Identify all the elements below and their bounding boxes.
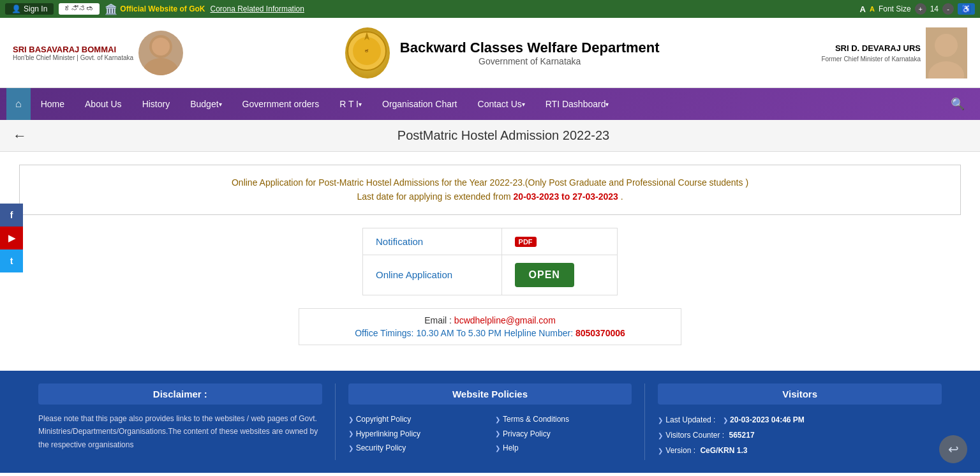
kannada-button[interactable]: ಕನ್ನಡ (59, 3, 100, 15)
site-header: SRI BASAVARAJ BOMMAI Hon'ble Chief Minis… (0, 18, 980, 88)
sign-in-button[interactable]: 👤 Sign In (5, 3, 54, 15)
online-application-row: Online Application OPEN (363, 255, 618, 295)
open-button[interactable]: OPEN (515, 263, 574, 287)
page-title: PostMatric Hostel Admission 2022-23 (40, 128, 967, 143)
facebook-button[interactable]: f (0, 204, 23, 227)
top-bar-left: 👤 Sign In ಕನ್ನಡ 🏛️ Official Website of G… (5, 3, 304, 15)
policy-hyperlinking[interactable]: Hyperlinking Policy (348, 427, 485, 442)
svg-point-8 (935, 34, 958, 57)
disclaimer-heading: Disclaimer : (38, 383, 322, 405)
nav-item-history[interactable]: History (132, 88, 181, 120)
top-bar-right: A A Font Size + 14 - ♿ (860, 3, 975, 15)
visitors-counter-value: 565217 (729, 431, 755, 440)
main-content: Online Application for Post-Matric Hoste… (0, 152, 980, 371)
contact-box: Email : bcwdhelpline@gmail.com Office Ti… (299, 308, 681, 345)
notification-label: Notification (376, 236, 423, 247)
policy-terms[interactable]: Terms & Conditions (495, 412, 632, 427)
email-line: Email : bcwdhelpline@gmail.com (312, 315, 668, 325)
disclaimer-text: Please note that this page also provides… (38, 412, 322, 451)
back-to-top-button[interactable]: ↩ (939, 435, 967, 463)
twitter-button[interactable]: t (0, 249, 23, 272)
disclaimer-section: Disclaimer : Please note that this page … (26, 383, 336, 460)
cm-block: SRI BASAVARAJ BOMMAI Hon'ble Chief Minis… (13, 31, 183, 75)
svg-point-2 (152, 38, 170, 56)
policy-security[interactable]: Security Policy (348, 441, 485, 456)
cm-title: Hon'ble Chief Minister | Govt. of Karnat… (13, 54, 133, 61)
nav-item-contact[interactable]: Contact Us (468, 88, 535, 120)
main-navbar: ⌂ Home About Us History Budget Governmen… (0, 88, 980, 120)
font-size-a-small[interactable]: A (870, 5, 875, 13)
online-application-label: Online Application (376, 269, 452, 280)
karnataka-emblem: ಕ (345, 27, 390, 78)
cm-name: SRI BASAVARAJ BOMMAI (13, 45, 116, 54)
font-size-value: 14 (930, 4, 939, 13)
accessibility-button[interactable]: ♿ (958, 3, 975, 15)
visitors-heading: Visitors (658, 383, 942, 405)
policies-list: Copyright Policy Hyperlinking Policy Sec… (348, 412, 632, 456)
email-link[interactable]: bcwdhelpline@gmail.com (454, 315, 556, 325)
font-increase-button[interactable]: + (915, 3, 926, 15)
policy-copyright[interactable]: Copyright Policy (348, 412, 485, 427)
footer: Disclaimer : Please note that this page … (0, 371, 980, 473)
notification-row: Notification PDF (363, 228, 618, 255)
former-cm-name: SRI D. DEVARAJ URS (835, 43, 921, 53)
notice-dates: 20-03-2023 to 27-03-2023 (514, 191, 618, 202)
youtube-button[interactable]: ▶ (0, 227, 23, 249)
header-center: ಕ Backward Classes Welfare Department Go… (183, 27, 821, 78)
visitors-info: Last Updated : ❯ 20-03-2023 04:46 PM Vis… (658, 412, 942, 458)
version-label: Version : (658, 446, 695, 455)
phone-number: 8050370006 (575, 328, 625, 338)
gok-official-link[interactable]: 🏛️ Official Website of GoK (105, 3, 205, 15)
search-icon[interactable]: 🔍 (942, 97, 974, 111)
policy-privacy[interactable]: Privacy Policy (495, 427, 632, 442)
cm-photo (138, 31, 183, 75)
visitors-counter-label: Visitors Counter : (658, 431, 724, 440)
nav-home-button[interactable]: ⌂ (6, 88, 31, 120)
font-size-a-large[interactable]: A (860, 4, 866, 14)
nav-item-org-chart[interactable]: Organisation Chart (372, 88, 468, 120)
flag-icon: 🏛️ (105, 3, 117, 15)
home-icon: ⌂ (15, 98, 22, 110)
last-updated-value: 20-03-2023 04:46 PM (730, 415, 805, 424)
font-decrease-button[interactable]: - (942, 3, 954, 15)
nav-item-govt-orders[interactable]: Government orders (232, 88, 330, 120)
back-button[interactable]: ← (13, 128, 27, 144)
last-updated-icon: ❯ (723, 417, 728, 424)
nav-item-about[interactable]: About Us (75, 88, 132, 120)
nav-item-rti-dashboard[interactable]: RTI Dashboard (535, 88, 620, 120)
policy-help[interactable]: Help (495, 441, 632, 456)
notice-box: Online Application for Post-Matric Hoste… (19, 165, 961, 215)
dept-name: Backward Classes Welfare Department (400, 40, 660, 56)
former-cm-block: SRI D. DEVARAJ URS Former Chief Minister… (821, 27, 967, 78)
policies-heading: Website Policies (348, 383, 632, 405)
social-sidebar: f ▶ t (0, 204, 23, 272)
nav-item-home[interactable]: Home (31, 88, 75, 120)
notice-text: Online Application for Post-Matric Hoste… (30, 175, 950, 204)
pdf-icon[interactable]: PDF (515, 237, 537, 247)
font-size-label: Font Size (879, 4, 911, 13)
page-title-bar: ← PostMatric Hostel Admission 2022-23 (0, 120, 980, 152)
former-cm-photo (926, 27, 967, 78)
sign-in-icon: 👤 (11, 4, 21, 13)
svg-point-1 (143, 58, 179, 75)
office-timings: Office Timings: 10.30 AM To 5.30 PM Help… (312, 328, 668, 338)
corona-info-link[interactable]: Corona Related Information (210, 4, 304, 13)
visitors-section: Visitors Last Updated : ❯ 20-03-2023 04:… (645, 383, 954, 460)
website-policies-section: Website Policies Copyright Policy Hyperl… (336, 383, 646, 460)
govt-name: Government of Karnataka (400, 56, 660, 66)
admission-table: Notification PDF Online Application OPEN (362, 228, 618, 295)
nav-item-budget[interactable]: Budget (180, 88, 232, 120)
version-value: CeG/KRN 1.3 (700, 446, 747, 455)
top-bar: 👤 Sign In ಕನ್ನಡ 🏛️ Official Website of G… (0, 0, 980, 18)
former-cm-title: Former Chief Minister of Karnataka (821, 56, 921, 63)
svg-text:ಕ: ಕ (364, 48, 370, 54)
last-updated-label: Last Updated : (658, 415, 715, 424)
nav-item-rti[interactable]: R T I (329, 88, 372, 120)
